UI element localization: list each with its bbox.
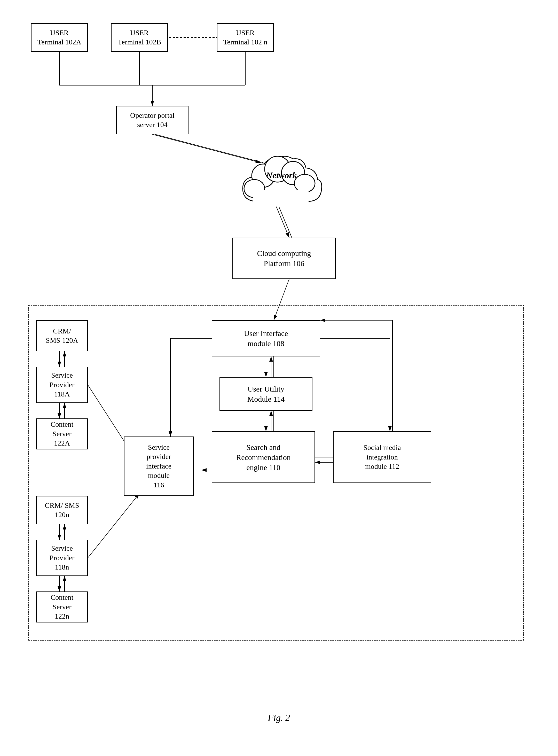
operator-portal-server: Operator portal server 104 xyxy=(116,106,188,134)
social-media-integration: Social media integration module 112 xyxy=(333,431,431,483)
content-server-a: Content Server 122A xyxy=(36,419,88,449)
svg-rect-44 xyxy=(253,190,309,203)
crm-sms-a: CRM/ SMS 120A xyxy=(36,320,88,351)
user-utility-module: User Utility Module 114 xyxy=(220,377,312,411)
service-provider-a: Service Provider 118A xyxy=(36,367,88,403)
figure-label: Fig. 2 xyxy=(268,712,290,723)
user-terminal-a: USER Terminal 102A xyxy=(31,23,88,52)
crm-sms-n: CRM/ SMS 120n xyxy=(36,496,88,524)
service-provider-n: Service Provider 118n xyxy=(36,540,88,576)
cloud-platform: Cloud computing Platform 106 xyxy=(232,237,336,279)
user-terminal-n: USER Terminal 102 n xyxy=(217,23,274,52)
network-cloud: Network xyxy=(237,150,325,217)
service-provider-interface-module: Service provider interface module 116 xyxy=(124,436,194,496)
content-server-n: Content Server 122n xyxy=(36,591,88,623)
user-interface-module: User Interface module 108 xyxy=(212,320,320,356)
network-label: Network xyxy=(258,171,305,180)
search-recommendation-engine: Search and Recommendation engine 110 xyxy=(212,431,315,483)
user-terminal-b: USER Terminal 102B xyxy=(111,23,168,52)
